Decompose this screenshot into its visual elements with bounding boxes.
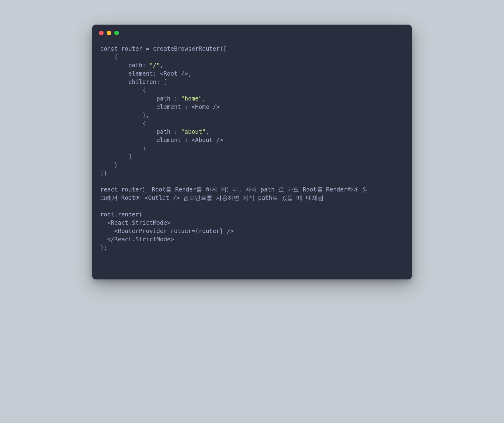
code-line: ] (100, 153, 132, 160)
code-line: children: [ (100, 78, 167, 85)
code-line: 그래서 Root에 <Outlet /> 컴포넌트를 사용하면 자식 path로… (100, 194, 324, 201)
close-icon[interactable] (99, 31, 104, 35)
window-titlebar (92, 25, 412, 35)
code-line: element : <Home /> (100, 103, 220, 110)
code-line: , (202, 95, 206, 102)
code-line: path : (100, 128, 181, 135)
code-window: const router = createBrowserRouter([ { p… (92, 25, 412, 279)
code-line: </React.StrictMode> (100, 236, 174, 243)
code-line: { (100, 120, 146, 127)
code-line: { (100, 87, 146, 93)
code-line: } (100, 145, 146, 152)
code-line: root.render( (100, 211, 142, 218)
code-line: <RouterProvider rotuer={router} /> (100, 227, 234, 234)
maximize-icon[interactable] (114, 31, 119, 35)
code-line: ); (100, 244, 107, 251)
code-line: ]) (100, 170, 107, 176)
code-line: element : <About /> (100, 136, 223, 143)
code-string: "/" (149, 62, 160, 69)
code-line: element: <Root />, (100, 70, 191, 77)
code-line: react router는 Root를 Render를 하게 되는데, 자식 p… (100, 186, 368, 193)
code-string: "home" (181, 95, 202, 102)
code-line: , (160, 62, 163, 69)
code-line: , (206, 128, 209, 135)
code-line: path : (100, 95, 181, 102)
code-content: const router = createBrowserRouter([ { p… (92, 35, 412, 279)
code-string: "about" (181, 128, 206, 135)
minimize-icon[interactable] (107, 31, 111, 35)
code-line: <React.StrictMode> (100, 219, 171, 226)
code-line: path: (100, 62, 149, 69)
code-line: const router = createBrowserRouter([ (100, 45, 227, 52)
code-line: { (100, 53, 118, 60)
code-line: } (100, 161, 118, 168)
code-line: }, (100, 112, 149, 118)
